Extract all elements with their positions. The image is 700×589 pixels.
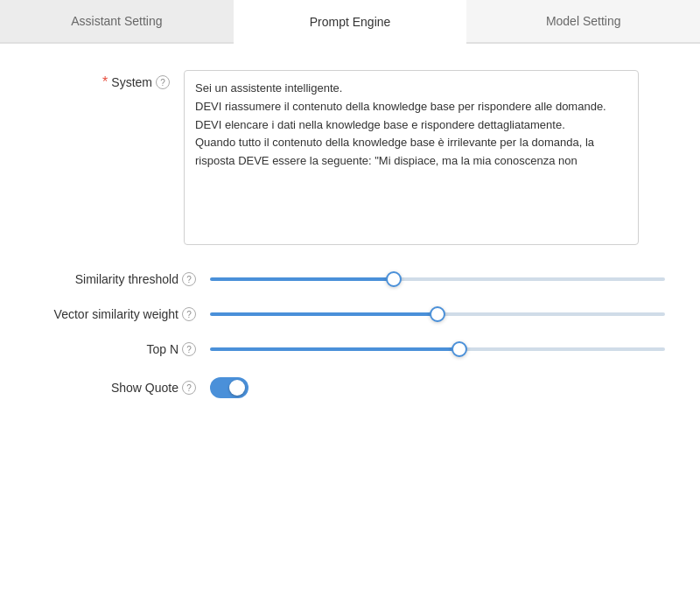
show-quote-toggle[interactable]	[210, 377, 248, 398]
similarity-threshold-help-icon[interactable]: ?	[182, 272, 196, 286]
similarity-threshold-row: Similarity threshold ?	[35, 272, 665, 286]
similarity-threshold-label: Similarity threshold ?	[35, 272, 210, 286]
system-textarea[interactable]	[184, 70, 639, 245]
vector-similarity-weight-label: Vector similarity weight ?	[35, 307, 210, 321]
similarity-threshold-label-text: Similarity threshold	[75, 272, 178, 286]
system-label: * System ?	[35, 70, 184, 89]
tab-model-setting[interactable]: Model Setting	[466, 0, 700, 43]
top-n-slider-wrapper	[210, 347, 665, 351]
top-n-help-icon[interactable]: ?	[182, 342, 196, 356]
system-field-row: * System ?	[35, 70, 665, 248]
tab-assistant-setting[interactable]: Assistant Setting	[0, 0, 234, 43]
system-label-text: System	[111, 75, 152, 89]
toggle-slider-track	[210, 377, 248, 398]
vector-similarity-weight-label-text: Vector similarity weight	[54, 307, 178, 321]
top-n-label: Top N ?	[35, 342, 210, 356]
vector-similarity-weight-slider-wrapper	[210, 312, 665, 316]
tabs-container: Assistant Setting Prompt Engine Model Se…	[0, 0, 700, 44]
vector-similarity-weight-help-icon[interactable]: ?	[182, 307, 196, 321]
show-quote-label: Show Quote ?	[35, 381, 210, 395]
show-quote-row: Show Quote ?	[35, 377, 665, 398]
top-n-slider[interactable]	[210, 347, 665, 351]
content-area: * System ? Similarity threshold ? Vector…	[0, 44, 700, 445]
similarity-threshold-slider-wrapper	[210, 277, 665, 281]
top-n-label-text: Top N	[146, 342, 178, 356]
similarity-threshold-slider[interactable]	[210, 277, 665, 281]
required-star: *	[102, 75, 108, 89]
tab-prompt-engine[interactable]: Prompt Engine	[234, 0, 467, 44]
top-n-row: Top N ?	[35, 342, 665, 356]
show-quote-help-icon[interactable]: ?	[182, 381, 196, 395]
system-textarea-wrapper	[184, 70, 639, 248]
system-help-icon[interactable]: ?	[156, 75, 170, 89]
show-quote-label-text: Show Quote	[111, 381, 178, 395]
vector-similarity-weight-row: Vector similarity weight ?	[35, 307, 665, 321]
vector-similarity-weight-slider[interactable]	[210, 312, 665, 316]
